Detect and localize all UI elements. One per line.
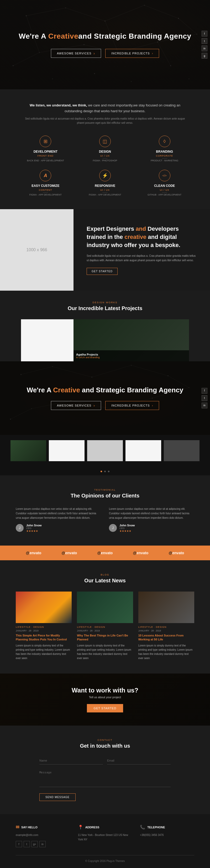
- service-branding: ◊ Branding CORPORATE PRODUCT · MARKETING: [140, 135, 189, 162]
- gallery-dot-active[interactable]: [101, 471, 102, 472]
- partners-section: @envato @envato @envato @envato @envato: [0, 546, 210, 560]
- footer-google[interactable]: g+: [32, 841, 38, 847]
- news-title-1[interactable]: This Simple Art Piece for Modify Plannin…: [16, 633, 72, 642]
- get-started-button[interactable]: Get Started: [86, 268, 117, 275]
- about-intro: We listen, we understand, we think, we c…: [21, 102, 189, 114]
- news-card-1[interactable]: LIFESTYLE · DESIGN JANUARY · 28 · 2019 T…: [16, 592, 72, 661]
- name-input[interactable]: [39, 757, 103, 765]
- footer-email: example@info.com: [16, 833, 70, 837]
- email-input[interactable]: [107, 757, 171, 765]
- news-img-3: [138, 592, 194, 623]
- news-tag-3: LIFESTYLE · DESIGN: [138, 626, 194, 628]
- social2-facebook[interactable]: f: [202, 388, 207, 394]
- author-1-name: John Snow: [26, 524, 42, 527]
- footer-twitter[interactable]: t: [24, 841, 30, 847]
- social2-twitter[interactable]: t: [202, 395, 207, 401]
- cta-title: Want to work with us?: [72, 687, 138, 694]
- testimonial-2-author: J John Snow CEO ★★★★★: [109, 524, 194, 532]
- service-divider: [162, 158, 167, 158]
- project-name: Agatha Projects: [76, 353, 186, 356]
- testimonial-2: Lorem ipsum conduc dapibus non veloc dol…: [109, 507, 194, 532]
- footer-linkedin[interactable]: in: [39, 841, 46, 847]
- news-date-2: JANUARY · 28 · 2019: [77, 629, 133, 632]
- news-card-2[interactable]: LIFESTYLE · DESIGN JANUARY · 28 · 2019 W…: [77, 592, 133, 661]
- social-twitter[interactable]: t: [202, 38, 207, 44]
- service-design: ◫ Design UI / UX FIGMA · PHOTOSHOP: [80, 135, 130, 162]
- contact-section: CONTACT Get in touch with us Send Messag…: [0, 725, 210, 814]
- footer-grid: ✉ Say Hello example@info.com f t g+ in 📍…: [16, 825, 194, 847]
- cta-button[interactable]: Get Started: [87, 704, 124, 712]
- service-title: Design: [80, 150, 130, 153]
- service-links: BACK END · APP DEVELOPMENT: [21, 159, 70, 162]
- service-title: Responsive: [80, 184, 130, 188]
- service-links: PRODUCT · MARKETING: [140, 159, 189, 162]
- partner-5: @envato: [169, 551, 184, 555]
- partner-3: @envato: [97, 551, 113, 555]
- gallery-strip: [0, 435, 210, 466]
- cta-content: Want to work with us? Tell us about your…: [72, 687, 138, 712]
- cleancode-icon: </>: [159, 170, 170, 181]
- about-sub: Sed sollicitudin ligula nisi ut accumsan…: [21, 117, 189, 125]
- service-development: ⊞ Development FRONT END BACK END · APP D…: [21, 135, 70, 162]
- incredible-projects-button[interactable]: Incredible Projects ›: [105, 49, 159, 58]
- gallery-item-2[interactable]: [49, 440, 84, 461]
- footer-address-text: 11 New York - Bourbon Street 123 US New …: [78, 833, 132, 842]
- service-links: FIGMA · APP DEVELOPMENT: [80, 193, 130, 196]
- footer-address-title: 📍 Address: [78, 825, 132, 830]
- gallery-item-5[interactable]: [164, 440, 200, 461]
- hero2-title: We're A Creative and Strategic Branding …: [27, 386, 183, 394]
- location-icon: 📍: [78, 825, 83, 830]
- hero2-incredible-projects-button[interactable]: Incredible Projects ›: [105, 401, 159, 410]
- arrow-icon-4: ›: [152, 404, 153, 407]
- service-links: GITHUB · APP DEVELOPMENT: [140, 193, 189, 196]
- news-img-2: [77, 592, 133, 623]
- news-card-3[interactable]: LIFESTYLE · DESIGN JANUARY · 28 · 2019 1…: [138, 592, 194, 661]
- project-sub: in UI/UX and Branding: [76, 356, 186, 359]
- form-name-email-row: [39, 757, 171, 765]
- projects-grid: Agatha Projects in UI/UX and Branding: [21, 319, 189, 361]
- hero2-content: We're A Creative and Strategic Branding …: [27, 386, 183, 410]
- design-icon: ◫: [99, 135, 111, 147]
- arrow-icon: ›: [94, 51, 95, 56]
- about-section: We listen, we understand, we think, we c…: [0, 89, 210, 209]
- awesome-services-button[interactable]: Awesome Services ›: [51, 49, 101, 58]
- author-2-avatar: J: [109, 524, 117, 532]
- news-title-2[interactable]: Why The Best Things in Life Can't Be Pla…: [77, 633, 133, 642]
- responsive-icon: ⚡: [99, 170, 111, 181]
- hero-content: We're A Creativeand Strategic Branding A…: [19, 32, 191, 58]
- project-card-1[interactable]: [21, 319, 73, 361]
- news-title: Our Latest News: [16, 578, 194, 584]
- social-google[interactable]: g: [202, 53, 207, 59]
- social-linkedin[interactable]: in: [202, 45, 207, 51]
- social2-linkedin[interactable]: in: [202, 403, 207, 408]
- portfolio-title: Expert Designers and Developers trained …: [86, 225, 197, 249]
- footer-hello-title: ✉ Say Hello: [16, 825, 70, 830]
- gallery-item-4[interactable]: [126, 440, 161, 461]
- hero2-awesome-services-button[interactable]: Awesome Services ›: [51, 401, 101, 410]
- footer-facebook[interactable]: f: [16, 841, 22, 847]
- news-tag-1: LIFESTYLE · DESIGN: [16, 626, 72, 628]
- message-textarea[interactable]: [39, 769, 171, 787]
- testimonials-label: TESTIMONIAL: [16, 489, 194, 491]
- service-divider: [43, 192, 48, 193]
- gallery-item-1[interactable]: [10, 440, 46, 461]
- hero2-social-sidebar: f t in: [202, 388, 207, 408]
- service-title: Easy Customize: [21, 184, 70, 188]
- footer-phone-title: 📞 Telephone: [140, 825, 194, 830]
- social-facebook[interactable]: f: [202, 31, 207, 36]
- project-card-2[interactable]: Agatha Projects in UI/UX and Branding: [73, 319, 189, 361]
- footer-section: ✉ Say Hello example@info.com f t g+ in 📍…: [0, 814, 210, 868]
- testimonial-1-text: Lorem ipsum conduc dapibus non veloc dol…: [16, 507, 101, 520]
- portfolio-desc: Sed sollicitudin ligula nisi ut accumsan…: [86, 254, 197, 262]
- gallery-dot-2[interactable]: [108, 471, 109, 472]
- news-title-3[interactable]: 10 Lessons About Success From Working at…: [138, 633, 194, 642]
- send-message-button[interactable]: Send Message: [39, 794, 76, 801]
- portfolio-placeholder-image: 1000 x 966: [0, 209, 73, 290]
- service-tag: CONTENT: [21, 189, 70, 191]
- gallery-item-3[interactable]: [87, 440, 123, 461]
- arrow-icon-3: ›: [94, 403, 95, 408]
- author-2-stars: ★★★★★: [119, 529, 135, 532]
- gallery-dot-1[interactable]: [104, 471, 106, 472]
- service-links: FIGMA · APP DEVELOPMENT: [21, 193, 70, 196]
- partner-1: @envato: [26, 551, 41, 555]
